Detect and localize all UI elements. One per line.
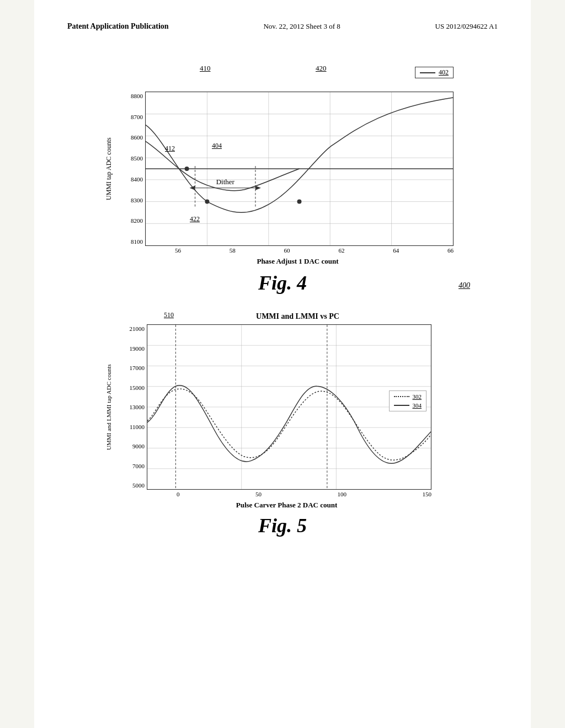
legend-302-label: 302 <box>413 393 422 400</box>
header-right: US 2012/0294622 A1 <box>435 22 498 31</box>
y5-tick-13000: 13000 <box>130 404 145 410</box>
legend-line-304 <box>394 405 409 406</box>
legend-item-302: 302 <box>394 393 422 400</box>
legend-item-304: 304 <box>394 402 422 409</box>
y-tick-8400: 8400 <box>131 176 143 183</box>
legend-304-label: 304 <box>413 402 422 409</box>
legend-line-302 <box>394 396 409 397</box>
x5-tick-50: 50 <box>255 491 262 497</box>
x-tick-62: 62 <box>338 247 344 254</box>
y5-tick-5000: 5000 <box>132 482 145 489</box>
fig5-title-row: 510 UMMI and LMMI vs PC <box>142 311 454 321</box>
fig4-x-axis-title: Phase Adjust 1 DAC count <box>142 257 454 266</box>
chart4-x-ticks: 56 58 60 62 64 66 <box>175 246 454 255</box>
annotation-420: 420 <box>316 64 327 73</box>
annotation-404-label: 404 <box>212 142 222 150</box>
x5-tick-150: 150 <box>423 491 432 497</box>
figure-5-container: 510 UMMI and LMMI vs PC UMMI and LMMI ta… <box>67 311 498 537</box>
y5-tick-7000: 7000 <box>132 463 145 469</box>
y5-tick-19000: 19000 <box>130 345 145 352</box>
fig5-legend: 302 304 <box>389 390 427 411</box>
legend-line-402 <box>420 72 435 73</box>
y5-tick-11000: 11000 <box>130 424 145 430</box>
y-tick-8200: 8200 <box>131 217 143 224</box>
page: Patent Application Publication Nov. 22, … <box>34 0 531 728</box>
header-left: Patent Application Publication <box>67 22 169 31</box>
fig4-y-axis-label: UMMI tap ADC counts <box>100 92 117 246</box>
y-tick-8500: 8500 <box>131 155 143 162</box>
y5-tick-15000: 15000 <box>130 384 145 391</box>
header-center: Nov. 22, 2012 Sheet 3 of 8 <box>263 22 340 31</box>
header: Patent Application Publication Nov. 22, … <box>67 22 498 31</box>
x-tick-58: 58 <box>230 247 236 254</box>
y-tick-8600: 8600 <box>131 134 143 141</box>
chart4-wrapper: UMMI tap ADC counts 8800 8700 8600 8500 … <box>100 92 454 246</box>
annotation-412-label: 412 <box>165 144 175 153</box>
y5-tick-17000: 17000 <box>130 365 145 371</box>
svg-marker-19 <box>255 186 261 190</box>
y-tick-8300: 8300 <box>131 197 143 204</box>
x-tick-56: 56 <box>175 247 181 254</box>
fig5-title: UMMI and LMMI vs PC <box>256 312 339 320</box>
annotation-510: 510 <box>164 311 174 319</box>
x-tick-60: 60 <box>284 247 290 254</box>
svg-point-14 <box>185 167 189 171</box>
svg-text:Dither: Dither <box>216 178 235 186</box>
legend-402: 402 <box>415 67 454 78</box>
chart5-area: 302 304 <box>147 324 431 490</box>
figure-4-container: 410 420 402 UMMI tap ADC counts 8800 870… <box>67 64 498 295</box>
fig5-y-axis-label: UMMI and LMMI tap ADC counts <box>100 324 117 490</box>
x-tick-64: 64 <box>393 247 399 254</box>
annotation-402: 402 <box>439 68 449 77</box>
y-tick-8700: 8700 <box>131 114 143 120</box>
chart4-area: Dither 412 404 422 <box>145 92 454 246</box>
fig4-number: 400 <box>459 281 470 290</box>
fig5-label: Fig. 5 <box>67 514 498 537</box>
y-tick-8100: 8100 <box>131 238 143 245</box>
annotation-410: 410 <box>200 64 211 73</box>
fig5-x-axis-title: Pulse Carver Phase 2 DAC count <box>142 501 431 510</box>
y-tick-8800: 8800 <box>131 93 143 99</box>
x-tick-66: 66 <box>447 247 454 254</box>
fig4-label: Fig. 4 <box>67 271 498 295</box>
y5-tick-9000: 9000 <box>132 443 145 449</box>
annotation-422-label: 422 <box>190 215 200 223</box>
chart5-x-ticks: 0 50 100 150 <box>177 490 431 499</box>
chart5-wrapper: UMMI and LMMI tap ADC counts 21000 19000… <box>100 324 431 490</box>
svg-point-16 <box>297 200 302 204</box>
y5-tick-21000: 21000 <box>130 325 145 332</box>
svg-point-15 <box>205 200 209 204</box>
x5-tick-100: 100 <box>338 491 347 497</box>
x5-tick-0: 0 <box>177 491 180 497</box>
